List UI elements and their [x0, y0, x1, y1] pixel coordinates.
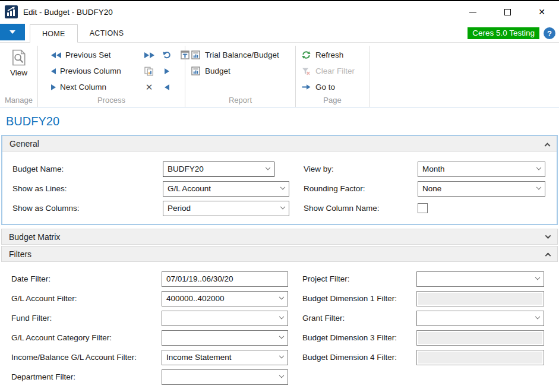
general-section-title: General — [10, 139, 39, 148]
show-column-name-checkbox[interactable] — [418, 203, 428, 213]
group-label-report: Report — [185, 96, 295, 107]
field-budget-dimension-1-filter: Budget Dimension 1 Filter: — [302, 289, 558, 308]
budget-dimension-3-filter-input — [416, 330, 544, 346]
refresh-label: Refresh — [315, 50, 343, 59]
next-column-button[interactable]: Next Column — [51, 83, 140, 91]
department-filter-label: Department Filter: — [11, 372, 162, 381]
field-project-filter: Project Filter: — [302, 269, 558, 289]
budget-name-label: Budget Name: — [12, 165, 163, 173]
previous-set-label: Previous Set — [65, 50, 111, 59]
view-button[interactable]: View — [0, 46, 37, 77]
show-as-lines-dropdown[interactable]: G/L Account — [163, 181, 289, 197]
trial-balance-budget-button[interactable]: Trial Balance/Budget — [191, 50, 295, 59]
previous-column-button[interactable]: Previous Column — [51, 67, 140, 75]
chevron-down-icon — [280, 204, 285, 208]
budget-name-value: BUDFY20 — [168, 165, 204, 173]
app-menu-button[interactable] — [0, 24, 25, 40]
chevron-down-icon — [279, 314, 284, 318]
income-balance-filter-value: Income Statement — [166, 353, 232, 362]
show-as-columns-dropdown[interactable]: Period — [163, 201, 289, 216]
maximize-button[interactable] — [490, 1, 525, 23]
chevron-down-icon — [536, 165, 541, 169]
budget-report-button[interactable]: Budget — [191, 67, 295, 75]
rounding-factor-dropdown[interactable]: None — [418, 181, 545, 197]
grant-filter-label: Grant Filter: — [302, 314, 416, 323]
filters-section-header[interactable]: Filters — [1, 246, 558, 262]
income-balance-filter-label: Income/Balance G/L Account Filter: — [11, 353, 162, 362]
budget-dimension-4-filter-input — [416, 350, 544, 365]
undo-button[interactable] — [158, 50, 176, 59]
go-to-label: Go to — [315, 83, 335, 91]
gl-account-category-filter-label: G/L Account Category Filter: — [11, 333, 162, 342]
trial-balance-budget-label: Trial Balance/Budget — [205, 50, 279, 59]
field-show-as-lines: Show as Lines: G/L Account — [12, 179, 289, 198]
go-to-arrow-icon — [302, 84, 311, 90]
general-section-header[interactable]: General — [2, 136, 557, 152]
income-balance-filter-dropdown[interactable]: Income Statement — [162, 350, 288, 365]
budget-name-dropdown[interactable]: BUDFY20 — [163, 162, 274, 177]
copy-icon — [144, 67, 154, 76]
group-label-page: Page — [296, 96, 369, 107]
field-date-filter: Date Filter: 07/01/19..06/30/20 — [11, 269, 288, 289]
field-department-filter: Department Filter: — [11, 367, 288, 387]
collapse-chevron-icon[interactable] — [545, 252, 551, 258]
ribbon-group-report: Trial Balance/Budget Budget Report — [185, 46, 296, 107]
tab-home[interactable]: HOME — [30, 24, 78, 43]
chevron-down-icon — [536, 184, 541, 189]
field-budget-name: Budget Name: BUDFY20 — [12, 159, 289, 179]
view-by-value: Month — [422, 165, 445, 173]
date-filter-input[interactable]: 07/01/19..06/30/20 — [162, 271, 288, 287]
page-title: BUDFY20 — [6, 115, 559, 128]
field-gl-account-filter: G/L Account Filter: 400000..402000 — [11, 289, 288, 308]
delete-x-icon: ✕ — [146, 82, 153, 93]
minimize-button[interactable] — [456, 1, 490, 23]
rounding-factor-value: None — [422, 184, 441, 193]
field-budget-dimension-4-filter: Budget Dimension 4 Filter: — [302, 347, 558, 367]
next-column-label: Next Column — [60, 83, 106, 91]
next-column-arrow-button[interactable] — [158, 68, 176, 74]
project-filter-label: Project Filter: — [302, 274, 416, 283]
next-set-button[interactable] — [140, 52, 158, 58]
close-button[interactable]: ✕ — [525, 1, 559, 23]
previous-column-arrow-button[interactable] — [158, 84, 176, 90]
gl-account-category-filter-dropdown[interactable] — [162, 330, 288, 346]
fund-filter-label: Fund Filter: — [11, 314, 162, 323]
expand-chevron-icon[interactable] — [545, 233, 551, 239]
budget-dimension-3-filter-label: Budget Dimension 3 Filter: — [302, 333, 416, 342]
show-as-lines-value: G/L Account — [168, 184, 211, 193]
window-title: Edit - Budget - BUDFY20 — [23, 8, 113, 17]
fasttab-budget-matrix: Budget Matrix — [1, 229, 558, 245]
field-show-column-name: Show Column Name: — [304, 198, 557, 218]
tab-actions[interactable]: ACTIONS — [78, 24, 136, 42]
app-window: Edit - Budget - BUDFY20 ✕ HOME ACTIONS C… — [0, 0, 559, 392]
fund-filter-dropdown[interactable] — [162, 311, 288, 326]
field-view-by: View by: Month — [304, 159, 557, 179]
budget-matrix-section-header[interactable]: Budget Matrix — [1, 229, 558, 245]
go-to-button[interactable]: Go to — [302, 83, 369, 91]
refresh-button[interactable]: Refresh — [302, 50, 369, 59]
view-document-icon — [12, 49, 26, 66]
ribbon: View Manage Previous Set — [0, 43, 559, 108]
grant-filter-dropdown[interactable] — [416, 311, 544, 326]
fasttab-filters: Filters Date Filter: 07/01/19..06/30/20 … — [1, 246, 558, 392]
copy-budget-button[interactable] — [140, 67, 158, 76]
collapse-chevron-icon[interactable] — [545, 143, 551, 148]
gl-account-filter-dropdown[interactable]: 400000..402000 — [162, 291, 288, 306]
field-budget-dimension-3-filter: Budget Dimension 3 Filter: — [302, 328, 558, 347]
undo-icon — [162, 50, 172, 59]
maximize-icon — [504, 9, 511, 15]
rounding-factor-label: Rounding Factor: — [304, 184, 418, 193]
project-filter-dropdown[interactable] — [416, 271, 544, 287]
date-filter-label: Date Filter: — [11, 274, 162, 283]
help-button[interactable]: ? — [544, 27, 555, 39]
right-arrow-icon — [51, 84, 56, 90]
minimize-icon — [469, 12, 476, 12]
previous-set-button[interactable]: Previous Set — [51, 50, 140, 59]
view-button-label: View — [10, 68, 27, 77]
delete-button[interactable]: ✕ — [140, 82, 158, 93]
view-by-dropdown[interactable]: Month — [418, 162, 545, 177]
field-income-balance-filter: Income/Balance G/L Account Filter: Incom… — [11, 347, 288, 367]
department-filter-dropdown[interactable] — [162, 369, 288, 385]
chevron-down-icon — [279, 333, 284, 338]
chevron-down-icon — [279, 353, 284, 358]
